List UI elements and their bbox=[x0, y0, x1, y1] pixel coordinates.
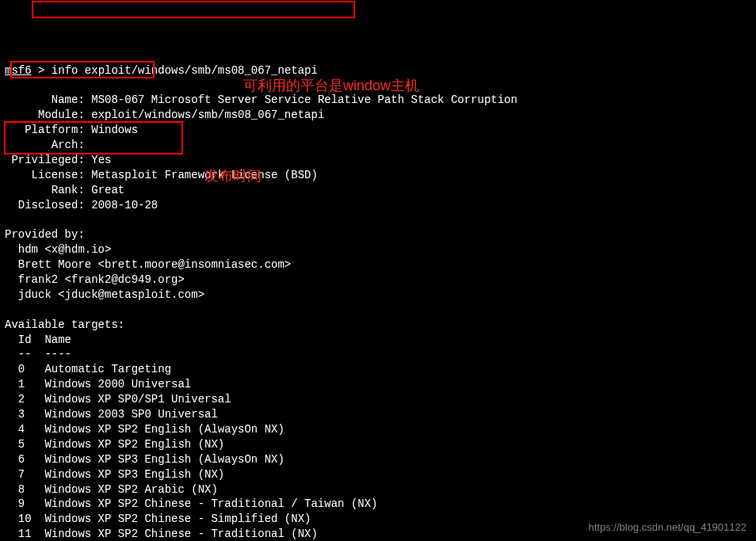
prompt-label: msf6 bbox=[5, 64, 32, 77]
prompt-symbol: > bbox=[32, 64, 52, 77]
target-id: 10 bbox=[5, 512, 32, 525]
target-id: 4 bbox=[5, 423, 32, 436]
provided-by-header: Provided by: bbox=[5, 228, 85, 241]
target-id: 6 bbox=[5, 453, 32, 466]
target-name: Windows XP SP0/SP1 Universal bbox=[32, 393, 231, 406]
target-name: Windows 2003 SP0 Universal bbox=[32, 408, 218, 421]
annotation-platform: 可利用的平台是window主机 bbox=[243, 76, 419, 95]
terminal-prompt: msf6 > info exploit/windows/smb/ms08_067… bbox=[5, 64, 318, 77]
info-module-value: exploit/windows/smb/ms08_067_netapi bbox=[85, 109, 324, 121]
target-id: 8 bbox=[5, 483, 32, 496]
info-privileged-label: Privileged: bbox=[5, 154, 85, 166]
target-id: 0 bbox=[5, 363, 32, 375]
info-platform-label: Platform: bbox=[5, 124, 85, 136]
author-line: hdm <x@hdm.io> bbox=[5, 243, 111, 256]
info-privileged-value: Yes bbox=[85, 154, 112, 166]
target-name: Windows XP SP2 Arabic (NX) bbox=[32, 483, 218, 496]
target-name: Windows XP SP2 English (AlwaysOn NX) bbox=[32, 423, 284, 436]
target-id: 9 bbox=[5, 497, 32, 510]
author-line: Brett Moore <brett.moore@insomniasec.com… bbox=[5, 258, 291, 271]
target-id: 1 bbox=[5, 378, 32, 391]
targets-col-name: Name bbox=[32, 333, 71, 346]
target-id: 2 bbox=[5, 393, 32, 406]
targets-sep-id: -- bbox=[5, 348, 32, 360]
target-name: Windows XP SP2 Chinese - Simplified (NX) bbox=[32, 512, 311, 525]
info-disclosed-label: Disclosed: bbox=[5, 199, 85, 211]
target-name: Windows XP SP2 English (NX) bbox=[32, 438, 225, 451]
targets-col-id: Id bbox=[5, 333, 32, 346]
target-name: Windows 2000 Universal bbox=[32, 378, 192, 391]
info-arch-value bbox=[85, 139, 91, 151]
target-name: Windows XP SP2 Chinese - Traditional (NX… bbox=[32, 528, 318, 540]
target-id: 3 bbox=[5, 408, 32, 421]
highlight-command bbox=[32, 1, 355, 18]
targets-header: Available targets: bbox=[5, 318, 124, 331]
info-name-value: MS08-067 Microsoft Server Service Relati… bbox=[85, 93, 517, 106]
info-arch-label: Arch: bbox=[5, 139, 85, 151]
annotation-disclosed: 发布时间 bbox=[204, 166, 262, 185]
info-rank-label: Rank: bbox=[5, 184, 85, 196]
watermark: https://blog.csdn.net/qq_41901122 bbox=[589, 520, 747, 535]
target-name: Windows XP SP2 Chinese - Traditional / T… bbox=[32, 497, 378, 510]
targets-sep-name: ---- bbox=[32, 348, 71, 360]
info-name-label: Name: bbox=[5, 93, 85, 106]
info-platform-value: Windows bbox=[85, 124, 138, 136]
author-line: frank2 <frank2@dc949.org> bbox=[5, 273, 185, 286]
info-module-label: Module: bbox=[5, 109, 85, 121]
target-name: Windows XP SP3 English (AlwaysOn NX) bbox=[32, 453, 284, 466]
command-text[interactable]: info exploit/windows/smb/ms08_067_netapi bbox=[52, 64, 318, 77]
info-license-label: License: bbox=[5, 169, 85, 181]
target-id: 7 bbox=[5, 468, 32, 481]
target-id: 11 bbox=[5, 528, 32, 540]
info-disclosed-value: 2008-10-28 bbox=[85, 199, 158, 211]
info-rank-value: Great bbox=[85, 184, 124, 196]
target-id: 5 bbox=[5, 438, 32, 451]
author-line: jduck <jduck@metasploit.com> bbox=[5, 288, 204, 301]
target-name: Automatic Targeting bbox=[32, 363, 171, 375]
target-name: Windows XP SP3 English (NX) bbox=[32, 468, 225, 481]
info-license-value: Metasploit Framework License (BSD) bbox=[85, 169, 318, 181]
